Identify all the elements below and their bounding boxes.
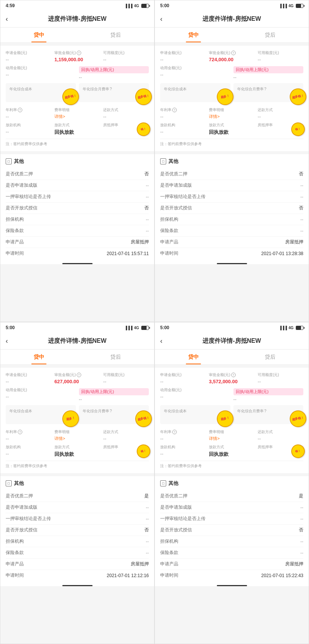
- org-item: 放款机构 --: [6, 444, 51, 458]
- tab-贷后[interactable]: 贷后: [77, 28, 154, 42]
- annual-rate-sticker: 超多钱！: [289, 87, 308, 107]
- phone-panel-panel-3: 5:00 ▐▐▐ 4G ‹ 进度件详情-房抵NEW 贷中贷后 申请金额(元) -…: [0, 322, 154, 644]
- detail-label-2: 还款方式: [103, 429, 149, 435]
- detail-label-1: 费率明细: [54, 107, 100, 113]
- info-value-0: --: [160, 379, 206, 384]
- detail-row-5: 保险条款 --: [160, 547, 303, 559]
- detail-row-1: 是否申请加成版 --: [160, 180, 303, 191]
- detail-row-3: 是否开放式授信 否: [160, 203, 303, 214]
- page-header: ‹ 进度件详情-房抵NEW: [0, 11, 154, 28]
- info-label-2: 可用额度(元): [258, 372, 303, 378]
- annual-rate-sticker: 超多钱！: [289, 409, 308, 429]
- detail-item-0: 年利率? --: [6, 429, 51, 441]
- help-icon-rate: ?: [18, 108, 22, 112]
- annual-cost-item-1: 年化综合成本 超多！: [160, 83, 230, 102]
- loan-info-card: 申请金额(元) -- 审批金额(元)? 724,000.00 可用额度(元) -…: [155, 46, 309, 151]
- annual-cost-label: 年化综合成本: [9, 409, 32, 413]
- dynamic-amount-item: 动用金额(元) --: [6, 65, 76, 80]
- detail-key-3: 是否开放式授信: [6, 205, 37, 211]
- info-value-2: --: [103, 379, 149, 384]
- detail-key-7: 申请时间: [6, 572, 24, 579]
- tab-贷中[interactable]: 贷中: [0, 350, 77, 364]
- detail-value-0: --: [160, 436, 206, 441]
- loan-detail-grid: 年利率? -- 费率明细 详情> 还款方式 --: [6, 429, 149, 441]
- info-item-1: 审批金额(元)? 3,572,000.00: [209, 372, 255, 384]
- loan-org-grid: 放款机构 -- 放款方式 回执放款 房抵押率 钱！: [6, 444, 149, 458]
- back-button[interactable]: ‹: [6, 337, 8, 345]
- dynamic-amount-item: 动用金额(元) --: [160, 387, 230, 402]
- detail-key-4: 担保机构: [160, 216, 178, 223]
- detail-val-0: 否: [299, 171, 303, 177]
- tab-贷中[interactable]: 贷中: [0, 28, 77, 42]
- mortgage-item: 房抵押率 钱！: [103, 122, 149, 136]
- info-item-2: 可用额度(元) --: [258, 372, 303, 384]
- loan-info-card: 申请金额(元) -- 审批金额(元)? 3,572,000.00 可用额度(元)…: [155, 368, 309, 473]
- page-title: 进度件详情-房抵NEW: [48, 15, 107, 23]
- loan-secondary-grid: 动用金额(元) -- 回执/动用上限(元) --: [160, 65, 303, 80]
- detail-key-1: 是否申请加成版: [160, 182, 192, 189]
- detail-key-4: 担保机构: [160, 538, 178, 545]
- phone-panel-panel-4: 5:00 ▐▐▐ 4G ‹ 进度件详情-房抵NEW 贷中贷后 申请金额(元) -…: [154, 322, 309, 644]
- info-value-0: --: [160, 57, 206, 62]
- loan-main-grid: 申请金额(元) -- 审批金额(元)? 3,572,000.00 可用额度(元)…: [160, 372, 303, 384]
- battery-icon: [141, 4, 149, 8]
- detail-key-5: 保险条款: [160, 228, 178, 234]
- back-button[interactable]: ‹: [160, 15, 162, 23]
- signal-icon: ▐▐▐: [279, 4, 287, 8]
- dynamic-value: --: [6, 394, 76, 399]
- info-label-0: 申请金额(元): [6, 50, 51, 56]
- tab-贷后[interactable]: 贷后: [232, 28, 309, 42]
- info-item-0: 申请金额(元) --: [6, 372, 51, 384]
- detail-key-5: 保险条款: [6, 228, 24, 234]
- info-value-2: --: [258, 57, 303, 62]
- annual-cost-label: 年化综合成本: [164, 87, 187, 91]
- detail-val-1: --: [146, 183, 149, 188]
- loan-detail-grid: 年利率? -- 费率明细 详情> 还款方式 --: [6, 107, 149, 119]
- detail-key-6: 申请产品: [160, 561, 178, 567]
- detail-key-0: 是否优质二押: [160, 493, 187, 499]
- detail-item-1: 费率明细 详情>: [209, 107, 255, 119]
- info-label-2: 可用额度(元): [103, 50, 149, 56]
- tab-贷后[interactable]: 贷后: [77, 350, 154, 364]
- back-button[interactable]: ‹: [160, 337, 162, 345]
- tab-贷中[interactable]: 贷中: [155, 28, 232, 42]
- dynamic-value: --: [160, 394, 230, 399]
- section-header: □ 其他: [160, 158, 303, 165]
- loan-secondary-grid: 动用金额(元) -- 回执/动用上限(元) --: [160, 387, 303, 402]
- detail-item-1: 费率明细 详情>: [209, 429, 255, 441]
- detail-item-2: 还款方式 --: [103, 429, 149, 441]
- content-area: 贷中贷后 申请金额(元) -- 审批金额(元)? 724,000.00 可用额度…: [155, 28, 309, 322]
- annual-rate-sticker: 超多钱！: [134, 87, 153, 107]
- detail-val-0: 是: [144, 493, 149, 499]
- annual-cost-sticker: 超多！: [61, 409, 80, 429]
- detail-val-1: --: [146, 505, 149, 510]
- section-doc-icon: □: [6, 158, 12, 164]
- detail-key-7: 申请时间: [6, 250, 24, 257]
- loan-main-grid: 申请金额(元) -- 审批金额(元)? 627,000.00 可用额度(元) -…: [6, 372, 149, 384]
- help-icon: ?: [77, 373, 81, 377]
- section-doc-icon: □: [6, 480, 12, 486]
- status-time: 5:00: [160, 325, 169, 330]
- annual-cost-row: 年化综合成本 超多钱！ 年化综合月费率? 超多钱！: [6, 83, 149, 102]
- detail-item-0: 年利率? --: [160, 429, 206, 441]
- detail-value-1: 详情>: [209, 114, 255, 119]
- annual-cost-item-1: 年化综合成本 超多钱！: [6, 83, 76, 102]
- annual-rate-item-2: 年化综合月费率? 超多钱！: [79, 405, 149, 424]
- org-item: 放款机构 --: [160, 444, 206, 458]
- tab-贷后[interactable]: 贷后: [232, 350, 309, 364]
- info-item-1: 审批金额(元)? 724,000.00: [209, 50, 255, 62]
- back-button[interactable]: ‹: [6, 15, 8, 23]
- annual-cost-row: 年化综合成本 超多！ 年化综合月费率? 超多钱！: [6, 405, 149, 424]
- detail-row-4: 担保机构 --: [6, 214, 149, 225]
- note-text: 注：签约前费率仅供参考: [160, 461, 303, 469]
- tab-贷中[interactable]: 贷中: [155, 350, 232, 364]
- org-label: 放款机构: [160, 444, 206, 450]
- detail-val-3: 否: [144, 205, 149, 211]
- detail-value-0: --: [6, 436, 51, 441]
- detail-value-0: --: [160, 114, 206, 119]
- org-value: --: [160, 129, 206, 135]
- detail-row-3: 是否开放式授信 否: [6, 203, 149, 214]
- battery-icon: [296, 326, 303, 330]
- section-header: □ 其他: [6, 480, 149, 487]
- dynamic-label: 动用金额(元): [160, 65, 230, 71]
